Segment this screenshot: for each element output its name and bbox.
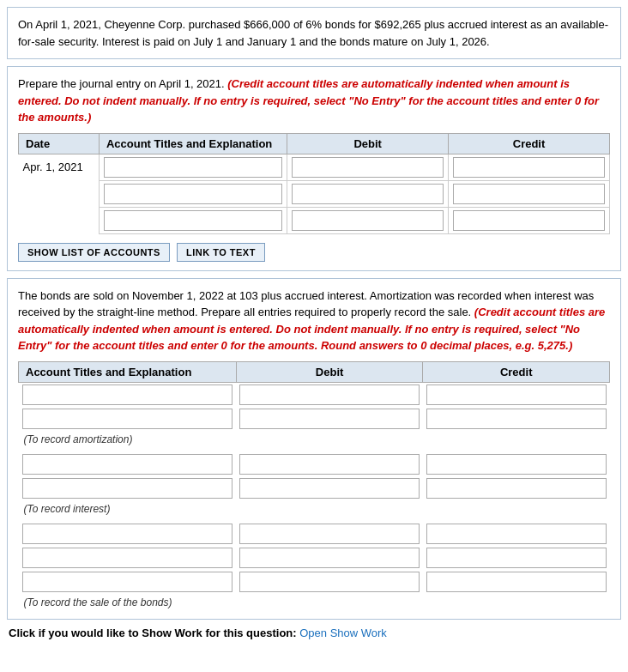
credit-input-3[interactable] [453,210,605,231]
table-row: (To record amortization) [19,431,610,447]
amort-label-cell: (To record amortization) [19,431,610,447]
table-row [19,180,610,207]
sale-credit-cell-2 [423,546,610,570]
table-row: (To record the sale of the bonds) [19,594,610,610]
amort-debit-1[interactable] [239,384,420,405]
int-debit-1[interactable] [239,454,420,475]
journal-table: Date Account Titles and Explanation Debi… [18,133,610,234]
table-row [19,452,610,476]
amort-account-cell-2 [19,407,237,431]
amort-account-cell-1 [19,382,237,407]
sale-account-cell-2 [19,546,237,570]
date-cell: Apr. 1, 2021 [19,154,100,180]
table-row [19,382,610,407]
show-list-button[interactable]: SHOW LIST OF ACCOUNTS [18,243,170,262]
amort-credit-1[interactable] [426,384,607,405]
int-debit-2[interactable] [239,478,420,499]
link-to-text-button[interactable]: LINK TO TEXT [177,243,265,262]
amortization-label: (To record amortization) [22,432,133,449]
debit-input-1[interactable] [292,157,444,178]
sale-label: (To record the sale of the bonds) [22,595,172,612]
int-account-1[interactable] [22,454,233,475]
sale-debit-cell-2 [236,546,423,570]
account-input-cell-2 [99,180,287,207]
amort-credit-2[interactable] [426,409,607,429]
show-work-row: Click if you would like to Show Work for… [9,627,619,639]
int-credit-cell-2 [423,476,610,500]
account-input-2[interactable] [104,184,282,204]
debit-input-2[interactable] [292,184,444,204]
sale-account-cell-3 [19,570,237,594]
credit-input-cell-2 [449,180,610,207]
debit-input-cell-3 [287,207,449,233]
int-account-cell-1 [19,452,237,476]
sale-account-2[interactable] [22,548,233,568]
table-row [19,546,610,570]
int-account-cell-2 [19,476,237,500]
col-debit: Debit [287,133,449,154]
sale-col-account: Account Titles and Explanation [19,361,237,382]
instruction-normal: Prepare the journal entry on April 1, 20… [18,77,225,90]
amort-account-2[interactable] [22,409,233,429]
sale-credit-3[interactable] [426,572,607,592]
int-debit-cell-2 [236,476,423,500]
interest-label-cell: (To record interest) [19,500,610,517]
sale-debit-2[interactable] [239,548,420,568]
instruction-text: Prepare the journal entry on April 1, 20… [18,76,610,126]
sale-label-cell: (To record the sale of the bonds) [19,594,610,610]
sale-credit-2[interactable] [426,548,607,568]
int-credit-2[interactable] [426,478,607,499]
problem-text: On April 1, 2021, Cheyenne Corp. purchas… [18,16,610,50]
table-row: Apr. 1, 2021 [19,154,610,180]
table-row [19,476,610,500]
sale-account-1[interactable] [22,524,233,544]
col-account: Account Titles and Explanation [99,133,287,154]
sale-col-debit: Debit [236,361,423,382]
account-input-1[interactable] [104,157,282,178]
col-credit: Credit [449,133,610,154]
sale-col-credit: Credit [423,361,610,382]
sale-credit-cell-1 [423,522,610,546]
sale-debit-cell-1 [236,522,423,546]
int-debit-cell-1 [236,452,423,476]
debit-input-cell-2 [287,180,449,207]
sale-instruction-text: The bonds are sold on November 1, 2022 a… [18,288,610,354]
int-account-2[interactable] [22,478,233,499]
interest-label: (To record interest) [22,501,111,518]
amort-debit-cell-2 [236,407,423,431]
debit-input-3[interactable] [292,210,444,231]
debit-input-cell-1 [287,154,449,180]
table-row [19,570,610,594]
sale-entry-section: The bonds are sold on November 1, 2022 a… [7,278,621,620]
amort-debit-cell-1 [236,382,423,407]
sale-account-cell-1 [19,522,237,546]
int-credit-cell-1 [423,452,610,476]
account-input-3[interactable] [104,210,282,231]
amort-credit-cell-2 [423,407,610,431]
credit-input-2[interactable] [453,184,605,204]
show-work-label: Click if you would like to Show Work for… [9,627,297,639]
problem-statement-section: On April 1, 2021, Cheyenne Corp. purchas… [7,7,621,59]
open-show-work-link[interactable]: Open Show Work [299,627,387,639]
sale-credit-1[interactable] [426,524,607,544]
date-empty [19,207,100,233]
table-row: (To record interest) [19,500,610,517]
amort-credit-cell-1 [423,382,610,407]
amort-account-1[interactable] [22,384,233,405]
credit-input-1[interactable] [453,157,605,178]
sale-debit-3[interactable] [239,572,420,592]
sale-credit-cell-3 [423,570,610,594]
amort-debit-2[interactable] [239,409,420,429]
col-date: Date [19,133,100,154]
credit-input-cell-3 [449,207,610,233]
account-input-cell-3 [99,207,287,233]
int-credit-1[interactable] [426,454,607,475]
table-row [19,522,610,546]
credit-input-cell-1 [449,154,610,180]
table-row [19,407,610,431]
table-row [19,207,610,233]
sale-debit-cell-3 [236,570,423,594]
sale-account-3[interactable] [22,572,233,592]
sale-debit-1[interactable] [239,524,420,544]
sale-entry-table: Account Titles and Explanation Debit Cre… [18,361,610,610]
